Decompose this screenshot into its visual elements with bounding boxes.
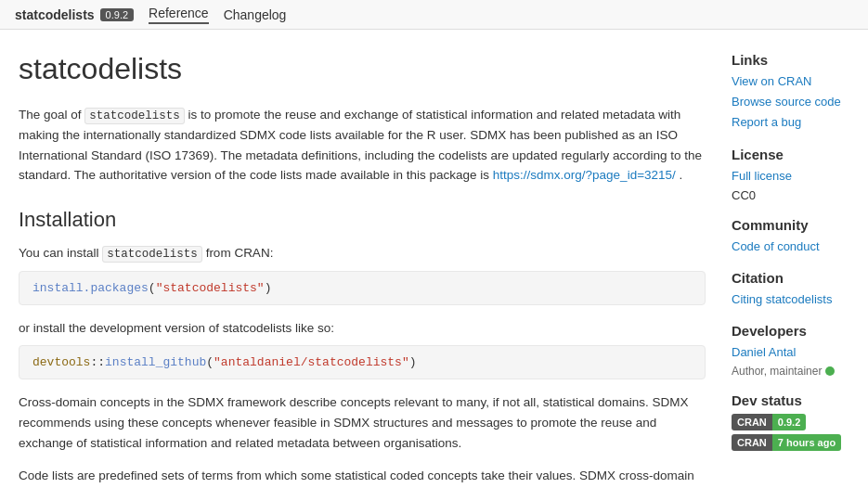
install-dev-text: or install the development version of st…	[19, 321, 334, 335]
intro-text-1: The goal of	[19, 108, 84, 122]
sidebar-section-developers-title: Developers	[732, 323, 852, 339]
nav-link-changelog[interactable]: Changelog	[224, 7, 287, 22]
version-badge: 0.9.2	[100, 8, 134, 21]
sidebar-link-full-license[interactable]: Full license	[732, 168, 852, 185]
install-text-1: You can install statcodelists from CRAN:	[19, 243, 706, 263]
badge-cran-time: 7 hours ago	[772, 434, 841, 451]
installation-heading: Installation	[19, 208, 706, 232]
sidebar-link-citing[interactable]: Citing statcodelists	[732, 291, 852, 308]
sidebar-link-code-of-conduct[interactable]: Code of conduct	[732, 238, 852, 255]
sidebar-author-line: Author, maintainer	[732, 365, 852, 378]
top-nav: statcodelists 0.9.2 Reference Changelog	[0, 0, 868, 30]
nav-link-reference[interactable]: Reference	[149, 6, 209, 24]
body-paragraph-1: Cross-domain concepts in the SDMX framew…	[19, 392, 706, 453]
intro-code: statcodelists	[84, 108, 185, 124]
package-name: statcodelists	[15, 7, 95, 22]
sidebar-section-citation-title: Citation	[732, 270, 852, 286]
code-paren2-close: )	[409, 355, 417, 369]
author-role-text: Author, maintainer	[732, 365, 822, 378]
sidebar: Links View on CRAN Browse source code Re…	[724, 30, 863, 488]
body-paragraph-2: Code lists are predefined sets of terms …	[19, 466, 706, 488]
code-str: "statcodelists"	[156, 281, 265, 295]
badge-cran-label: CRAN	[732, 414, 772, 430]
content-area: statcodelists The goal of statcodelists …	[0, 30, 724, 488]
sidebar-section-links-title: Links	[732, 52, 852, 68]
sdmx-link[interactable]: https://sdmx.org/?page_id=3215/	[493, 168, 676, 182]
install-text-2: or install the development version of st…	[19, 318, 706, 339]
install-text-suffix: from CRAN:	[206, 246, 274, 260]
page-title: statcodelists	[19, 52, 706, 86]
code-devtools: devtools	[32, 355, 90, 369]
code-dcolon: ::	[90, 355, 105, 369]
badge-cran-version: 0.9.2	[772, 414, 806, 430]
sidebar-section-license-title: License	[732, 147, 852, 162]
sidebar-section-community-title: Community	[732, 217, 852, 233]
author-status-dot	[825, 366, 835, 376]
badge-cran-label2: CRAN	[732, 434, 772, 451]
code-fn: install.packages	[32, 281, 149, 295]
sidebar-link-browse-source[interactable]: Browse source code	[732, 94, 852, 110]
code-install-github: install_github	[105, 355, 206, 369]
code-str2: "antaldaniel/statcodelists"	[214, 355, 409, 369]
sidebar-link-report-bug[interactable]: Report a bug	[732, 114, 852, 131]
sidebar-license-cc0: CC0	[732, 188, 852, 202]
code-block-cran: install.packages("statcodelists")	[19, 271, 706, 305]
code-paren-close: )	[265, 281, 272, 295]
cran-version-badge: CRAN 0.9.2	[732, 414, 806, 430]
code-paren2-open: (	[206, 355, 214, 369]
install-text-prefix: You can install	[19, 246, 102, 260]
intro-text-3: .	[680, 168, 683, 182]
intro-paragraph: The goal of statcodelists is to promote …	[19, 105, 706, 186]
sidebar-link-developer[interactable]: Daniel Antal	[732, 344, 852, 361]
cran-time-badge: CRAN 7 hours ago	[732, 434, 841, 451]
main-layout: statcodelists The goal of statcodelists …	[0, 30, 868, 488]
install-code: statcodelists	[102, 246, 202, 263]
code-block-devtools: devtools::install_github("antaldaniel/st…	[19, 345, 706, 379]
code-paren-open: (	[149, 281, 156, 295]
sidebar-link-cran[interactable]: View on CRAN	[732, 73, 852, 90]
sidebar-section-devstatus-title: Dev status	[732, 392, 852, 408]
